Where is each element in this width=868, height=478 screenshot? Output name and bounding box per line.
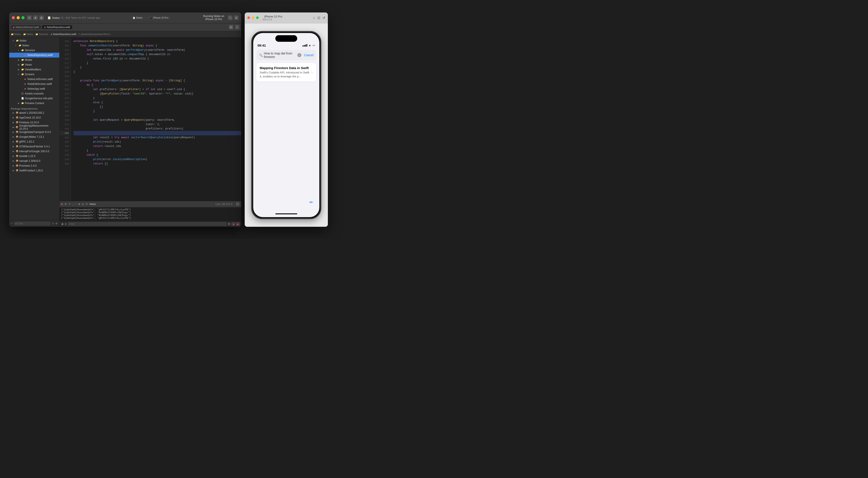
sidebar-pkg-appcheck[interactable]: ▶ 📦 AppCheck 10.19.0 xyxy=(9,115,59,120)
sidebar-item-viewmodifiers[interactable]: ▶ 📁 ViewModifiers xyxy=(9,67,59,72)
debug-filter-input[interactable]: Filter xyxy=(68,222,227,226)
step-out-icon[interactable]: ↑ xyxy=(75,203,76,205)
sidebar-filter-input[interactable]: ⊕ Filter xyxy=(14,221,51,226)
ln-133: 133 xyxy=(60,131,69,135)
trash-icon[interactable]: 🗑 xyxy=(228,223,230,226)
sidebar-item-views[interactable]: ▶ 📁 Views xyxy=(9,62,59,67)
bc-services[interactable]: Services xyxy=(39,33,48,35)
sidebar-label-swiftprotobuf: SwiftProtobuf 1.26.0 xyxy=(19,169,43,172)
bc-file[interactable]: NotesRepository.swift xyxy=(53,33,76,35)
stop-button[interactable]: ■ xyxy=(33,15,38,20)
running-label: Running Notes on iPhone 15 Pro xyxy=(201,15,226,21)
sim-close[interactable] xyxy=(247,16,250,19)
sidebar-item-services[interactable]: ▾ 📁 Services xyxy=(9,48,59,53)
bc-method[interactable]: performQuery(searchTerm:) xyxy=(81,33,111,35)
sidebar-toggle-button[interactable]: ⊟ xyxy=(27,15,32,20)
sim-minimize[interactable] xyxy=(252,16,254,19)
swift-icon-1: ■ xyxy=(13,26,14,28)
file-tab-1-label: NotesListScreen.swift xyxy=(16,26,39,28)
rotate-icon[interactable]: ↺ xyxy=(322,16,325,20)
file-tab-2-active[interactable]: ■ NotesRepository.swift xyxy=(42,25,72,29)
sidebar-item-notesrepository[interactable]: ■ NotesRepository.swift xyxy=(9,53,59,58)
layout-icon[interactable] xyxy=(236,202,240,206)
disclosure-notes-root: ▾ xyxy=(13,40,15,42)
file-tab-1[interactable]: ■ NotesListScreen.swift xyxy=(11,25,41,29)
fullscreen-button[interactable] xyxy=(22,16,25,19)
code-line-119: } xyxy=(73,70,241,74)
bc-notes-1[interactable]: Notes xyxy=(14,33,21,35)
sim-fullscreen[interactable] xyxy=(256,16,259,19)
sidebar-pkg-nanopb[interactable]: ▶ 📦 nanopb 2.30910.0 xyxy=(9,159,59,163)
ln-131: 131 xyxy=(60,122,69,127)
sidebar-item-assets[interactable]: ⊞ Assets.xcassets xyxy=(9,91,59,96)
dynamic-island xyxy=(275,35,297,42)
ln-126: 126 xyxy=(60,100,69,105)
play-button[interactable]: ▶ xyxy=(39,15,44,20)
package-dependencies-header: Package Dependencies xyxy=(9,106,59,110)
sidebar-add-button[interactable]: + xyxy=(11,222,12,225)
sidebar-pkg-leveldb[interactable]: ▶ 📦 leveldb 1.22.5 xyxy=(9,154,59,159)
sidebar-item-notes-inner[interactable]: ▾ 📁 Notes xyxy=(9,43,59,48)
jump-button[interactable]: ↗ xyxy=(235,25,240,29)
ln-114: 114 xyxy=(60,48,69,52)
sidebar-pkg-grpc[interactable]: ▶ 📦 gRPC 1.62.2 xyxy=(9,139,59,144)
debug-stop-icon[interactable]: ■ xyxy=(61,203,63,205)
sidebar-label-noteslist: NotesListScreen.swift xyxy=(28,78,53,81)
ios-compose-button[interactable]: ✏ xyxy=(308,198,315,206)
ios-search-bar[interactable]: 🔍 How to map dat from firestore ✕ Cancel xyxy=(256,50,316,60)
disc-appcheck: ▶ xyxy=(13,116,15,119)
sidebar-pkg-gtmsession[interactable]: ▶ 📦 GTMSessionFetcher 3.4.1 xyxy=(9,144,59,149)
code-line-136: return result.ids xyxy=(73,144,241,148)
sidebar-options-button[interactable]: ⊙ xyxy=(52,222,54,225)
layout-toggle[interactable]: ⊞ xyxy=(234,15,239,20)
status-left: ■ ⏸ ↷ ↓ ↑ ⊕ ◎ ⟳ Notes xyxy=(61,203,96,206)
sidebar-pkg-interopforgoogle[interactable]: ▶ 📦 InteropForGoogle 100.0.0 xyxy=(9,149,59,154)
close-button[interactable] xyxy=(12,16,15,19)
ln-129: 129 xyxy=(60,113,69,118)
home-icon[interactable]: ⌂ xyxy=(313,16,315,20)
sidebar-pkg-googledatatransport[interactable]: ▶ 📦 GoogleDataTransport 9.4.0 xyxy=(9,130,59,134)
ios-result-card[interactable]: Mapping Firestore Data in Swift Swift's … xyxy=(256,63,316,81)
screenshot-icon[interactable]: ⊡ xyxy=(317,16,320,20)
debug-pause-icon[interactable]: ⏸ xyxy=(64,203,67,205)
step-into-icon[interactable]: ↓ xyxy=(72,203,73,205)
split-view-button[interactable]: ⊞ xyxy=(229,25,233,29)
title-center: 📋 Notes #1 - Add "Notes for iOS" sample … xyxy=(47,15,239,21)
minimize-button[interactable] xyxy=(17,16,20,19)
breakpoints-icon[interactable]: ◎ xyxy=(82,203,84,206)
sidebar-item-noteslist[interactable]: ■ NotesListScreen.swift xyxy=(9,77,59,81)
debug-filter-bar: ◉ ⊞ Filter 🗑 ■ ■ xyxy=(60,221,241,227)
folder-icon-views: 📁 xyxy=(21,63,24,66)
sidebar-pkg-abseil[interactable]: ▶ 📦 abseil 1.202401160.1 xyxy=(9,110,59,115)
sidebar-item-screens[interactable]: ▾ 📁 Screens xyxy=(9,72,59,77)
sidebar-sort-button[interactable]: ⊕ xyxy=(55,222,58,225)
sidebar-pkg-googleappmeasurement[interactable]: ▶ 📦 GoogleAppMeasurement 10.24.0 xyxy=(9,125,59,130)
tab-device[interactable]: 📱 iPhone 15 Pro xyxy=(147,15,171,20)
sidebar-pkg-promises[interactable]: ▶ 📦 Promises 2.4.0 xyxy=(9,163,59,168)
ios-search-input[interactable]: How to map dat from firestore xyxy=(264,52,296,59)
bc-notes-2[interactable]: Notes xyxy=(27,33,33,35)
ios-result-body: Swift's Codable API, introduced in Swift… xyxy=(260,71,312,78)
folder-bc-icon-3: 📁 xyxy=(35,33,38,35)
thread-icon[interactable]: ⟳ xyxy=(86,203,88,206)
ios-search-clear-button[interactable]: ✕ xyxy=(298,53,301,57)
ln-137: 137 xyxy=(60,148,69,153)
ios-time: 09:41 xyxy=(257,43,266,47)
tab-notes[interactable]: 📋 Notes xyxy=(130,15,145,20)
sidebar-item-notes-root[interactable]: ▾ 📁 Notes xyxy=(9,38,59,43)
ios-nav-area: 🔍 How to map dat from firestore ✕ Cancel… xyxy=(253,48,319,211)
sidebar-item-preview[interactable]: ▶ 📁 Preview Content xyxy=(9,101,59,106)
sidebar-item-notesapp[interactable]: ■ NotesApp.swift xyxy=(9,87,59,91)
sidebar-pkg-googleutilities[interactable]: ▶ 📦 GoogleUtilities 7.13.1 xyxy=(9,134,59,139)
debug-options[interactable]: ⊕ xyxy=(78,203,80,206)
sidebar-pkg-swiftprotobuf[interactable]: ▶ 📦 SwiftProtobuf 1.26.0 xyxy=(9,168,59,173)
sidebar-label-plist: GoogleService-Info.plist xyxy=(25,97,53,100)
add-button[interactable]: + xyxy=(228,15,232,20)
ios-cancel-button[interactable]: Cancel xyxy=(304,53,314,57)
sidebar-item-plist[interactable]: 📄 GoogleService-Info.plist xyxy=(9,96,59,101)
code-area[interactable]: 108 109 114 115 116 117 118 119 120 121 … xyxy=(60,37,241,201)
sidebar-item-model[interactable]: ▶ 📁 Model xyxy=(9,58,59,62)
step-over-icon[interactable]: ↷ xyxy=(68,203,70,206)
sidebar-item-noteedit[interactable]: ■ NoteEditScreen.swift xyxy=(9,81,59,87)
code-lines[interactable]: extension NotesRepository { func semanti… xyxy=(71,37,241,201)
